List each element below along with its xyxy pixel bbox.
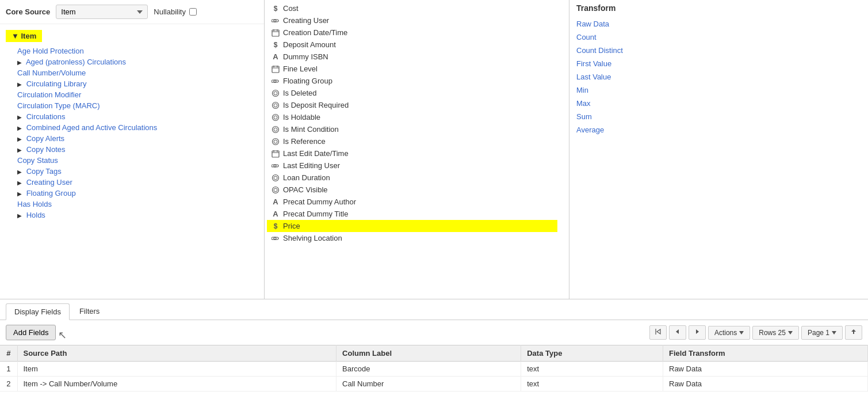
- toolbar: Add Fields ↖ Actions Rows 25 Page 1: [0, 320, 868, 345]
- tab-display-fields[interactable]: Display Fields: [6, 303, 70, 320]
- cell-column-label: Call Number: [337, 377, 521, 392]
- tree-item-has-holds[interactable]: Has Holds: [0, 199, 264, 210]
- nullability-checkbox[interactable]: [189, 8, 197, 16]
- transform-sum[interactable]: Sum: [576, 111, 861, 122]
- text-icon: A: [270, 210, 281, 218]
- tree-item-label[interactable]: Combined Aged and Active Circulations: [26, 123, 158, 132]
- col-header-field-transform: Field Transform: [663, 345, 868, 362]
- field-item-floating-group[interactable]: Floating Group: [267, 75, 557, 87]
- transform-last-value[interactable]: Last Value: [576, 71, 861, 82]
- tree-item-label[interactable]: Holds: [26, 211, 45, 219]
- expand-arrow: ▶: [17, 191, 22, 197]
- field-label: Dummy ISBN: [283, 52, 328, 61]
- tree-item-label[interactable]: Copy Status: [17, 156, 58, 165]
- tree-item-circ-library[interactable]: ▶ Circulating Library: [0, 78, 264, 89]
- tree-item-label[interactable]: Aged (patronless) Circulations: [26, 58, 126, 66]
- svg-point-10: [273, 102, 279, 108]
- tree-item-holds[interactable]: ▶ Holds: [0, 210, 264, 221]
- cell-field-transform: Raw Data: [663, 377, 868, 392]
- field-item-fine-level[interactable]: Fine Level: [267, 63, 557, 75]
- tree-item-circ-type[interactable]: Circulation Type (MARC): [0, 100, 264, 111]
- tab-filters[interactable]: Filters: [71, 303, 108, 320]
- field-item-creating-user[interactable]: Creating User: [267, 14, 557, 26]
- field-item-is-deposit-required[interactable]: Is Deposit Required: [267, 99, 557, 111]
- field-item-dummy-isbn[interactable]: A Dummy ISBN: [267, 51, 557, 63]
- tree-item-copy-status[interactable]: Copy Status: [0, 155, 264, 166]
- field-label: Floating Group: [283, 77, 332, 85]
- tree-item-copy-tags[interactable]: ▶ Copy Tags: [0, 166, 264, 177]
- link-icon: [270, 234, 281, 242]
- col-header-column-label: Column Label: [337, 345, 521, 362]
- field-item-is-mint-condition[interactable]: Is Mint Condition: [267, 123, 557, 135]
- tree-item-copy-notes[interactable]: ▶ Copy Notes: [0, 144, 264, 155]
- tree-item-label[interactable]: Age Hold Protection: [17, 47, 84, 55]
- svg-point-12: [273, 114, 279, 120]
- table-container: # Source Path Column Label Data Type Fie…: [0, 345, 868, 418]
- transform-average[interactable]: Average: [576, 124, 861, 135]
- field-label: Precat Dummy Author: [283, 197, 356, 206]
- table-row[interactable]: 2 Item -> Call Number/Volume Call Number…: [0, 377, 868, 392]
- tree-item-label[interactable]: Circulation Type (MARC): [17, 101, 100, 110]
- tree-item-label[interactable]: Has Holds: [17, 200, 52, 208]
- actions-dropdown[interactable]: Actions: [708, 326, 750, 340]
- tree-item-copy-alerts[interactable]: ▶ Copy Alerts: [0, 133, 264, 144]
- expand-button[interactable]: [845, 325, 862, 340]
- tree-item-circ-modifier[interactable]: Circulation Modifier: [0, 89, 264, 100]
- field-item-creation-datetime[interactable]: Creation Date/Time: [267, 26, 557, 39]
- transform-count[interactable]: Count: [576, 32, 861, 43]
- prev-page-button[interactable]: [669, 325, 686, 340]
- tree-item-age-hold[interactable]: Age Hold Protection: [0, 45, 264, 56]
- table-row[interactable]: 1 Item Barcode text Raw Data: [0, 362, 868, 377]
- cursor-icon: ↖: [58, 329, 67, 341]
- col-header-source-path: Source Path: [17, 345, 337, 362]
- tree-item-label[interactable]: Call Number/Volume: [17, 69, 86, 77]
- calendar-icon: [270, 150, 281, 158]
- transform-count-distinct[interactable]: Count Distinct: [576, 45, 861, 56]
- page-dropdown[interactable]: Page 1: [801, 326, 843, 340]
- transform-max[interactable]: Max: [576, 98, 861, 109]
- tree-item-label[interactable]: Creating User: [26, 178, 72, 187]
- tree-item-creating-user[interactable]: ▶ Creating User: [0, 177, 264, 188]
- field-list: $ Cost Creating User Creation Date/Time …: [265, 0, 569, 299]
- field-item-cost[interactable]: $ Cost: [267, 2, 557, 14]
- add-fields-button[interactable]: Add Fields: [6, 325, 56, 340]
- next-page-button[interactable]: [689, 325, 706, 340]
- transform-min[interactable]: Min: [576, 85, 861, 96]
- nullability-area: Nullability: [154, 7, 197, 16]
- field-item-shelving-location[interactable]: Shelving Location: [267, 232, 557, 244]
- first-page-button[interactable]: [649, 325, 667, 340]
- field-item-price[interactable]: $ Price: [267, 220, 557, 232]
- field-item-opac-visible[interactable]: OPAC Visible: [267, 184, 557, 196]
- tree-item-label[interactable]: Circulations: [26, 112, 66, 121]
- tree-item-floating-group[interactable]: ▶ Floating Group: [0, 188, 264, 199]
- svg-point-8: [273, 90, 279, 96]
- field-label: Last Edit Date/Time: [283, 149, 349, 158]
- tree-item-combined-aged[interactable]: ▶ Combined Aged and Active Circulations: [0, 122, 264, 133]
- tree-root-item[interactable]: ▼ Item: [6, 30, 42, 42]
- tree-item-call-number[interactable]: Call Number/Volume: [0, 67, 264, 78]
- transform-first-value[interactable]: First Value: [576, 58, 861, 69]
- tree-item-label[interactable]: Copy Tags: [26, 167, 62, 176]
- rows-dropdown[interactable]: Rows 25: [752, 326, 799, 340]
- tree-item-circulations[interactable]: ▶ Circulations: [0, 111, 264, 122]
- field-item-is-holdable[interactable]: Is Holdable: [267, 111, 557, 123]
- field-item-deposit-amount[interactable]: $ Deposit Amount: [267, 39, 557, 51]
- transform-raw-data[interactable]: Raw Data: [576, 18, 861, 29]
- field-item-precat-dummy-title[interactable]: A Precat Dummy Title: [267, 208, 557, 220]
- tree-item-label[interactable]: Copy Notes: [26, 145, 66, 154]
- field-item-loan-duration[interactable]: Loan Duration: [267, 172, 557, 184]
- tree-item-label[interactable]: Floating Group: [26, 189, 76, 197]
- tree-item-label[interactable]: Copy Alerts: [26, 134, 64, 143]
- field-item-is-deleted[interactable]: Is Deleted: [267, 87, 557, 99]
- bottom-section: Display Fields Filters Add Fields ↖ Acti…: [0, 299, 868, 418]
- tree-item-label[interactable]: Circulation Modifier: [17, 90, 81, 99]
- tree-root-wrapper: ▼ Item: [0, 28, 264, 45]
- field-item-is-reference[interactable]: Is Reference: [267, 135, 557, 147]
- field-item-precat-dummy-author[interactable]: A Precat Dummy Author: [267, 196, 557, 208]
- field-item-last-editing-user[interactable]: Last Editing User: [267, 159, 557, 172]
- field-item-last-edit-datetime[interactable]: Last Edit Date/Time: [267, 147, 557, 159]
- core-source-select[interactable]: Item Patron Circulation: [56, 5, 148, 19]
- tree-item-aged-circ[interactable]: ▶ Aged (patronless) Circulations: [0, 56, 264, 67]
- field-label: Price: [283, 222, 300, 230]
- tree-item-label[interactable]: Circulating Library: [26, 79, 87, 88]
